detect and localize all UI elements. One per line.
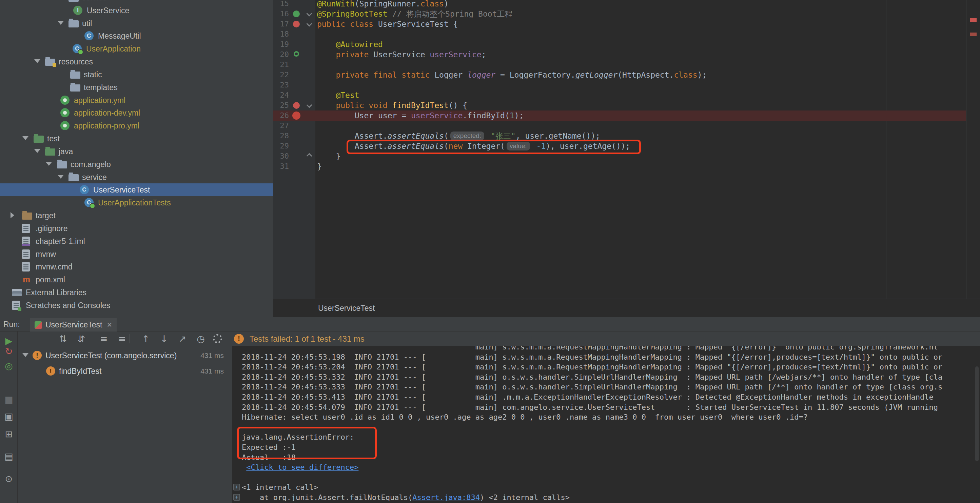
expand-arrow-icon[interactable] [11, 212, 14, 218]
tree-item[interactable]: templates [0, 81, 273, 94]
spring-config-icon [60, 121, 70, 130]
spring-boot-class-icon: C [73, 44, 82, 53]
code-line: @RunWith(SpringRunner.class) [317, 0, 449, 9]
console-fold-icon[interactable]: + [233, 494, 240, 501]
tree-item-label: pom.xml [36, 273, 65, 286]
file-icon [22, 249, 30, 259]
console-line: <1 internal call> [242, 482, 318, 492]
tree-item[interactable]: service [0, 0, 273, 4]
collapse-arrow-icon[interactable] [22, 353, 29, 357]
console-line: at org.junit.Assert.failNotEquals(Assert… [242, 492, 570, 503]
spring-config-icon [60, 108, 70, 117]
tree-item[interactable]: service [0, 171, 273, 184]
tree-item[interactable]: External Libraries [0, 286, 273, 299]
toggle-auto-test-icon[interactable]: ◎ [0, 360, 18, 372]
collapse-arrow-icon[interactable] [46, 162, 52, 166]
breadcrumb-item[interactable]: UserServiceTest [318, 299, 375, 317]
hide-passed-icon[interactable]: ⇅ [57, 333, 69, 344]
tree-item[interactable]: .gitignore [0, 222, 273, 235]
tree-item[interactable]: CUserApplication [0, 42, 273, 55]
tree-item[interactable]: mpom.xml [0, 273, 273, 286]
run-toolbar: ⇅⇅≡≡↑↓↗◷ ! Tests failed: 1 of 1 test - 4… [18, 332, 980, 346]
class-icon: C [80, 185, 89, 194]
toolbar-separator [129, 334, 130, 343]
rerun-failed-tests-icon[interactable]: ↻ [0, 346, 18, 357]
tree-item[interactable]: CUserServiceTest [0, 183, 273, 196]
error-stripe-mark[interactable] [970, 18, 977, 22]
layout-settings-icon[interactable]: ▤ [0, 451, 18, 462]
collapse-arrow-icon[interactable] [58, 21, 64, 25]
tree-item[interactable]: application.yml [0, 94, 273, 107]
tree-item[interactable]: com.angelo [0, 158, 273, 171]
tree-item[interactable]: chapter5-1.iml [0, 235, 273, 248]
console-link[interactable]: Assert.java:834 [412, 493, 480, 501]
pin-tab-icon[interactable]: ⊙ [0, 473, 18, 485]
collapse-arrow-icon[interactable] [34, 59, 40, 63]
run-header: Run: UserServiceTest × [0, 317, 980, 332]
test-failed-icon: ! [33, 351, 42, 360]
run-tool-window: Run: UserServiceTest × ⇅⇅≡≡↑↓↗◷ ! Tests … [0, 317, 980, 503]
tree-item[interactable]: target [0, 209, 273, 222]
spring-boot-class-icon: C [84, 198, 94, 207]
error-stripe-mark[interactable] [970, 33, 977, 36]
tree-item-label: mvnw.cmd [36, 260, 73, 273]
tree-item[interactable]: IUserService [0, 4, 273, 17]
tree-item[interactable]: resources [0, 55, 273, 68]
tree-item-label: mvnw [36, 248, 56, 261]
settings-icon[interactable] [213, 334, 222, 343]
tree-item-label: java [59, 145, 73, 158]
previous-failed-test-icon[interactable]: ↑ [140, 333, 152, 344]
console-fold-icon[interactable]: + [233, 484, 240, 490]
run-tab[interactable]: UserServiceTest × [30, 318, 117, 332]
collapse-arrow-icon[interactable] [58, 175, 64, 179]
tree-item[interactable]: mvnw [0, 248, 273, 261]
error-stripe[interactable] [966, 0, 980, 298]
tree-item[interactable]: CUserApplicationTests [0, 196, 273, 209]
stop-icon[interactable]: ■ [0, 394, 18, 405]
test-results-tree[interactable]: !UserServiceTest (com.angelo.service)431… [18, 346, 232, 503]
spring-config-icon [60, 95, 70, 105]
show-ignored-icon[interactable]: ⇅ [75, 333, 88, 344]
dump-threads-icon[interactable]: ▣ [0, 411, 18, 422]
test-history-icon[interactable]: ◷ [195, 333, 207, 344]
console-link[interactable]: <Click to see difference> [246, 463, 358, 471]
tree-item[interactable]: util [0, 17, 273, 30]
tree-item-label: UserService [87, 4, 129, 17]
restore-layout-icon[interactable]: ⊞ [0, 428, 18, 440]
rerun-tests-icon[interactable]: ▶ [0, 335, 18, 347]
console-line: <Click to see difference> [242, 462, 358, 473]
tree-item[interactable]: static [0, 68, 273, 81]
tree-item[interactable]: Scratches and Consoles [0, 299, 273, 312]
tree-item-label: External Libraries [26, 286, 86, 299]
tree-item-label: MessageUtil [98, 30, 141, 42]
code-editor[interactable]: 1516171819202122232425262728293031 @RunW… [273, 0, 980, 298]
resources-folder-icon [45, 59, 55, 66]
tree-item[interactable]: mvnw.cmd [0, 260, 273, 273]
tree-item-label: chapter5-1.iml [36, 235, 85, 248]
sort-by-duration-icon[interactable]: ≡ [116, 333, 128, 344]
collapse-arrow-icon[interactable] [22, 136, 29, 140]
open-results-icon[interactable]: ↗ [177, 333, 189, 344]
tree-item-label: application-dev.yml [74, 106, 140, 119]
project-tree-panel[interactable]: serviceIUserServiceutilCMessageUtilCUser… [0, 0, 273, 317]
tree-item-label: application-pro.yml [74, 119, 139, 132]
test-duration: 431 ms [200, 348, 224, 363]
close-icon[interactable]: × [107, 320, 112, 330]
next-failed-test-icon[interactable]: ↓ [158, 333, 170, 344]
tree-item[interactable]: CMessageUtil [0, 30, 273, 42]
tree-item[interactable]: application-dev.yml [0, 106, 273, 119]
collapse-arrow-icon[interactable] [34, 149, 40, 153]
test-tree-item[interactable]: !UserServiceTest (com.angelo.service)431… [18, 348, 232, 363]
scrollbar-thumb[interactable] [975, 367, 978, 461]
test-tree-item[interactable]: !findByIdTest431 ms [18, 364, 232, 379]
tree-item[interactable]: application-pro.yml [0, 119, 273, 132]
tree-item[interactable]: test [0, 132, 273, 145]
interface-icon: I [73, 6, 83, 15]
sort-alphabetically-icon[interactable]: ≡ [98, 333, 110, 344]
code-line: User user = userService.findById(1); [317, 111, 523, 121]
code-line: private UserService userService; [317, 49, 486, 60]
console-output[interactable]: main] s.w.s.m.m.a.RequestMappingHandlerM… [232, 346, 980, 503]
file-icon [22, 262, 30, 271]
tree-item[interactable]: java [0, 145, 273, 158]
libraries-icon [12, 289, 22, 296]
